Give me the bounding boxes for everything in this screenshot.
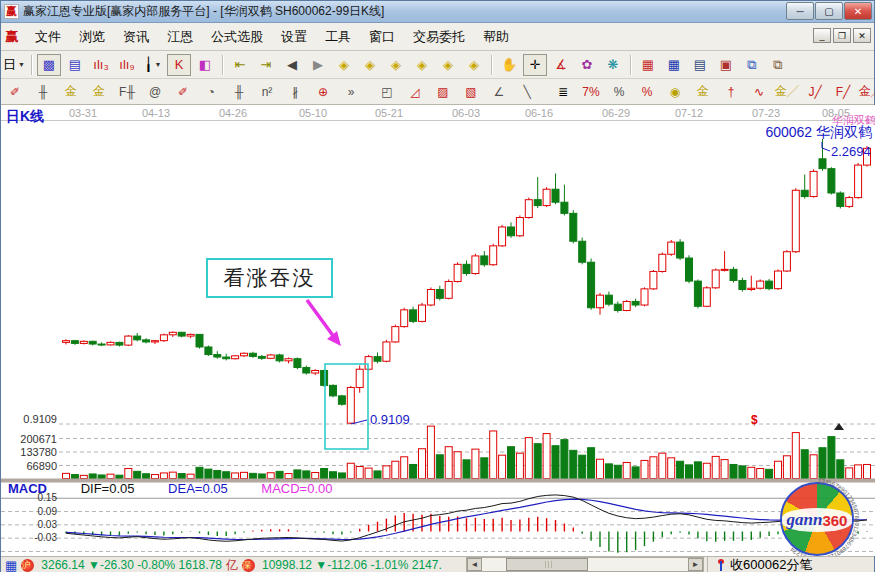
child-minimize-button[interactable]: _	[813, 28, 831, 43]
x-axis-tick-label: 03-31	[69, 107, 97, 119]
more-tools-icon[interactable]: »	[338, 81, 364, 103]
menu-浏览[interactable]: 浏览	[70, 24, 114, 50]
calendar-icon[interactable]: ▦	[636, 54, 660, 76]
percent-line-icon[interactable]: %	[634, 81, 660, 103]
candle-body	[481, 256, 488, 265]
net-browse-icon[interactable]: ⧉	[740, 54, 764, 76]
period-selector[interactable]: 日▼	[2, 54, 26, 76]
quote-table-icon[interactable]: ▦	[5, 558, 17, 572]
hatch-box-icon[interactable]: ▨	[430, 81, 456, 103]
macd-indicator-header: MACD DIF=0.05 DEA=0.05 MACD=0.00	[8, 481, 363, 496]
ray-line-icon[interactable]: ╲	[514, 81, 540, 103]
gold-circle-icon[interactable]: ◉	[662, 81, 688, 103]
percent-icon[interactable]: %	[606, 81, 632, 103]
j-angle-icon[interactable]: J╱	[802, 81, 828, 103]
hand-tool-icon[interactable]: ✋	[497, 54, 521, 76]
shenzhen-index-status[interactable]: 10998.12 ▼-112.06 -1.01% 2147.	[262, 558, 442, 572]
toolbar-separator	[630, 55, 631, 75]
gann-arrow-right-icon[interactable]: ◈	[358, 54, 382, 76]
gold-grid-icon[interactable]: 金	[58, 81, 84, 103]
gann-arrow-all-icon[interactable]: ◈	[436, 54, 460, 76]
candle-style-icon[interactable]: ╽▼	[141, 54, 165, 76]
shenzhen-market-icon[interactable]: 深	[242, 559, 255, 572]
brush2-icon[interactable]: ✐	[170, 81, 196, 103]
ladder-icon[interactable]: ≣	[550, 81, 576, 103]
chart-horizontal-scrollbar[interactable]: ◄ ►	[466, 557, 704, 572]
n-square-icon[interactable]: n²	[254, 81, 280, 103]
menu-工具[interactable]: 工具	[316, 24, 360, 50]
bars-9-icon[interactable]: ılı₉	[115, 54, 139, 76]
net-update-icon[interactable]: ⧉	[766, 54, 790, 76]
target-icon[interactable]: ⊕	[310, 81, 336, 103]
shanghai-index-status[interactable]: 3266.14 ▼-26.30 -0.80% 1618.78	[41, 558, 222, 572]
gold-angle-icon[interactable]: 金╱	[774, 81, 800, 103]
hatch-box2-icon[interactable]: ▧	[458, 81, 484, 103]
notes-icon[interactable]: ▤	[688, 54, 712, 76]
gann-arrow-left-icon[interactable]: ◈	[332, 54, 356, 76]
shanghai-market-icon[interactable]: 沪	[21, 559, 34, 572]
gold-line-icon[interactable]: 金	[690, 81, 716, 103]
info-panel-icon[interactable]: ▤	[63, 54, 87, 76]
candle-body	[508, 227, 515, 236]
gann-arrow-h-icon[interactable]: ◈	[384, 54, 408, 76]
gold-grid2-icon[interactable]: 金	[86, 81, 112, 103]
f-grid-icon[interactable]: F╫	[114, 81, 140, 103]
maximize-button[interactable]: ▢	[815, 2, 843, 20]
percent-slash-icon[interactable]: 7%	[578, 81, 604, 103]
mirror-angle-icon[interactable]: ∦	[282, 81, 308, 103]
colored-trend-icon[interactable]: ◧	[193, 54, 217, 76]
volume-bar	[427, 426, 434, 478]
volume-bar	[668, 458, 675, 479]
calculator-icon[interactable]: ▦	[662, 54, 686, 76]
f-angle-icon[interactable]: F╱	[830, 81, 856, 103]
scrollbar-track[interactable]	[482, 558, 688, 571]
brush-tool-icon[interactable]: ✐	[2, 81, 28, 103]
prev-bar-icon[interactable]: ◀	[280, 54, 304, 76]
angle-line-icon[interactable]: ∠	[486, 81, 512, 103]
next-bar-icon[interactable]: ▶	[306, 54, 330, 76]
menu-帮助[interactable]: 帮助	[474, 24, 518, 50]
close-button[interactable]: ✕	[844, 2, 872, 20]
menu-江恩[interactable]: 江恩	[158, 24, 202, 50]
scrollbar-thumb[interactable]	[506, 558, 588, 571]
flag-candle-icon[interactable]: †	[718, 81, 744, 103]
crosshair-tool-icon[interactable]: ✛	[523, 54, 547, 76]
gann-grid-icon[interactable]: ╫	[30, 81, 56, 103]
mind-icon[interactable]: ❋	[601, 54, 625, 76]
ticker-text[interactable]: 收600062分笔	[730, 556, 812, 572]
save-icon[interactable]: ▣	[714, 54, 738, 76]
chart-area[interactable]: 03-3104-1304-2605-1005-2106-0306-1606-29…	[1, 105, 875, 556]
first-bar-icon[interactable]: ⇤	[228, 54, 252, 76]
wave-icon[interactable]: ∿	[746, 81, 772, 103]
volume-bar	[561, 440, 568, 479]
spiral-icon[interactable]: @	[142, 81, 168, 103]
menu-交易委托[interactable]: 交易委托	[404, 24, 474, 50]
minimize-button[interactable]: ─	[786, 2, 814, 20]
menu-公式选股[interactable]: 公式选股	[202, 24, 272, 50]
menu-设置[interactable]: 设置	[272, 24, 316, 50]
child-close-button[interactable]: ✕	[853, 28, 871, 43]
box-measure-icon[interactable]: ◰	[374, 81, 400, 103]
macd-title[interactable]: MACD	[8, 481, 47, 496]
gift-icon[interactable]: ✿	[575, 54, 599, 76]
angle-measure-icon[interactable]: ∡	[549, 54, 573, 76]
gann-arrow-x-icon[interactable]: ◈	[410, 54, 434, 76]
bars-3-icon[interactable]: ılı₃	[89, 54, 113, 76]
volume-bar	[481, 458, 488, 479]
pattern-select-icon[interactable]: K	[167, 54, 191, 76]
region-zoom-icon[interactable]: ▩	[37, 54, 61, 76]
menu-文件[interactable]: 文件	[26, 24, 70, 50]
time-circle-icon[interactable]: ◔	[198, 81, 224, 103]
fence-icon[interactable]: ╫	[226, 81, 252, 103]
gold2-angle-icon[interactable]: 金╱	[858, 81, 875, 103]
menu-窗口[interactable]: 窗口	[360, 24, 404, 50]
gann-arrow-v-icon[interactable]: ◈	[462, 54, 486, 76]
fan-lines-icon[interactable]: ◿	[402, 81, 428, 103]
candle-body	[178, 332, 185, 336]
volume-bar	[178, 474, 185, 479]
menu-资讯[interactable]: 资讯	[114, 24, 158, 50]
last-bar-icon[interactable]: ⇥	[254, 54, 278, 76]
scroll-right-arrow[interactable]: ►	[688, 558, 703, 571]
scroll-left-arrow[interactable]: ◄	[467, 558, 482, 571]
child-restore-button[interactable]: ❐	[833, 28, 851, 43]
